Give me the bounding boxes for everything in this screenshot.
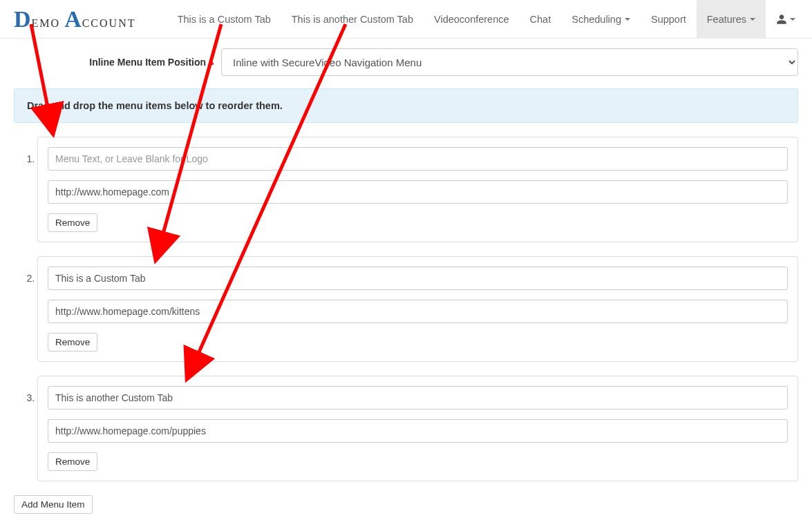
brand-demo-rest: EMO xyxy=(32,17,61,30)
brand-d-cap: D xyxy=(14,8,32,31)
menu-text-input[interactable] xyxy=(48,386,788,410)
nav-scheduling-label: Scheduling xyxy=(572,14,621,25)
reorder-instructions: Drag and drop the menu items below to re… xyxy=(14,88,798,123)
position-select[interactable]: Inline with SecureVideo Navigation Menu xyxy=(221,48,798,76)
list-item[interactable]: Remove xyxy=(37,256,798,362)
menu-item-panel[interactable]: Remove xyxy=(37,376,798,481)
caret-down-icon xyxy=(790,18,795,21)
nav-custom-tab-2[interactable]: This is another Custom Tab xyxy=(281,0,424,39)
position-row: Inline Menu Item Position ● Inline with … xyxy=(14,48,798,76)
menu-item-panel[interactable]: Remove xyxy=(37,256,798,362)
add-menu-item-button[interactable]: Add Menu Item xyxy=(14,495,93,514)
nav-videoconference[interactable]: Videoconference xyxy=(424,0,520,39)
menu-url-input[interactable] xyxy=(48,419,788,443)
menu-items-list: Remove Remove Remove xyxy=(14,137,798,481)
menu-item-panel[interactable]: Remove xyxy=(37,137,798,242)
remove-button[interactable]: Remove xyxy=(48,452,97,471)
brand-a-cap: A xyxy=(64,8,82,31)
menu-url-input[interactable] xyxy=(48,180,788,204)
position-label: Inline Menu Item Position ● xyxy=(14,57,221,68)
menu-text-input[interactable] xyxy=(48,267,788,290)
nav-features-label: Features xyxy=(707,14,746,25)
brand-account-rest: CCOUNT xyxy=(82,17,136,30)
remove-button[interactable]: Remove xyxy=(48,213,97,232)
top-navbar: D EMO A CCOUNT This is a Custom Tab This… xyxy=(0,0,812,39)
nav-support[interactable]: Support xyxy=(641,0,697,39)
remove-button[interactable]: Remove xyxy=(48,333,97,352)
user-icon xyxy=(776,14,787,25)
nav-features[interactable]: Features xyxy=(697,0,766,39)
nav-scheduling[interactable]: Scheduling xyxy=(561,0,641,39)
list-item[interactable]: Remove xyxy=(37,137,798,242)
list-item[interactable]: Remove xyxy=(37,376,798,481)
page-content: Inline Menu Item Position ● Inline with … xyxy=(0,39,812,514)
menu-url-input[interactable] xyxy=(48,300,788,323)
nav-right: This is a Custom Tab This is another Cus… xyxy=(167,0,802,39)
position-label-text: Inline Menu Item Position xyxy=(89,57,206,68)
user-menu[interactable] xyxy=(766,0,802,39)
caret-down-icon xyxy=(750,18,755,21)
nav-custom-tab-1[interactable]: This is a Custom Tab xyxy=(167,0,281,39)
nav-chat[interactable]: Chat xyxy=(520,0,562,39)
caret-down-icon xyxy=(625,18,630,21)
required-dot-icon: ● xyxy=(210,59,214,67)
brand-logo[interactable]: D EMO A CCOUNT xyxy=(14,8,135,31)
menu-text-input[interactable] xyxy=(48,147,788,171)
